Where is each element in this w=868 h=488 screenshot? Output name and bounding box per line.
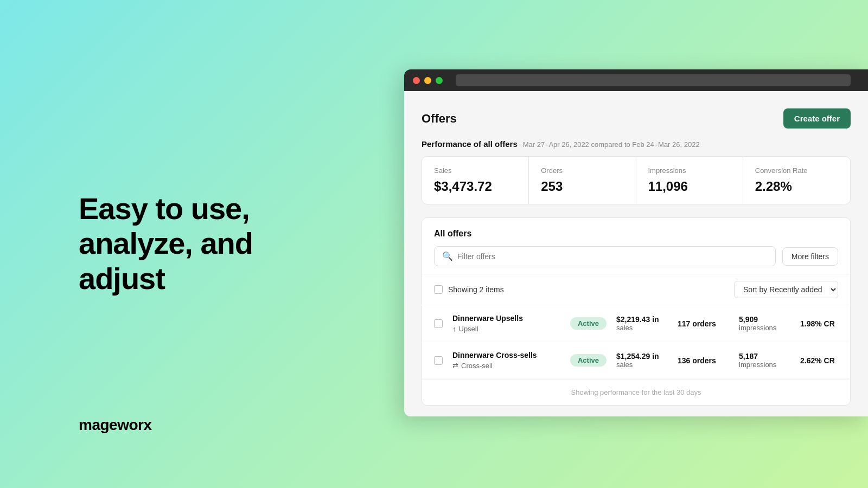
performance-footer: Showing performance for the last 30 days [422,379,850,405]
select-all-checkbox[interactable] [434,285,443,294]
performance-section: Performance of all offers Mar 27–Apr 26,… [422,139,851,204]
address-bar[interactable] [456,74,851,86]
offer-status-badge-2: Active [570,354,607,367]
offers-section-header: All offers 🔍 More filters [422,218,850,274]
create-offer-button[interactable]: Create offer [783,108,851,129]
metric-orders: Orders 253 [529,157,636,204]
metric-orders-label: Orders [541,166,623,175]
traffic-light-red[interactable] [413,77,420,84]
search-icon: 🔍 [442,251,453,261]
offer-name-1: Dinnerware Upsells [452,314,560,323]
search-input[interactable] [457,252,768,261]
metric-conversion-value: 2.28% [755,179,838,194]
traffic-light-green[interactable] [436,77,443,84]
offer-sales-sub-1: sales [616,324,668,332]
offer-sales-2: $1,254.29 in sales [616,352,668,369]
offer-sales-1: $2,219.43 in sales [616,315,668,332]
offer-row-checkbox-1[interactable] [434,319,443,328]
brand-logo: mageworx [79,416,152,434]
offer-orders-main-2: 136 orders [678,356,729,365]
metric-impressions: Impressions 11,096 [636,157,743,204]
offer-status-badge-1: Active [570,317,607,330]
showing-label: Showing 2 items [434,285,504,294]
filter-row: 🔍 More filters [434,246,838,266]
metric-conversion-label: Conversion Rate [755,166,838,175]
offer-orders-main-1: 117 orders [678,319,729,328]
table-toolbar: Showing 2 items Sort by Recently added [422,274,850,305]
metric-sales: Sales $3,473.72 [422,157,529,204]
browser-window: Offers Create offer Performance of all o… [404,69,868,416]
offer-type-label-1: Upsell [459,325,478,333]
metric-impressions-label: Impressions [648,166,731,175]
offer-impressions-2: 5,187 impressions [739,352,790,369]
offer-cr-1: 1.98% CR [800,319,838,328]
offer-orders-2: 136 orders [678,356,729,365]
offer-orders-1: 117 orders [678,319,729,328]
metric-impressions-value: 11,096 [648,179,731,194]
browser-titlebar [404,69,868,91]
offer-impressions-main-2: 5,187 [739,352,790,361]
hero-text: Easy to use, analyze, and adjust [79,191,323,296]
offers-section: All offers 🔍 More filters Showing 2 item… [422,217,851,406]
browser-body: Offers Create offer Performance of all o… [404,91,868,416]
metric-sales-label: Sales [434,166,516,175]
more-filters-button[interactable]: More filters [782,247,838,266]
offer-type-1: ↑ Upsell [452,325,560,333]
page-header: Offers Create offer [422,108,851,129]
performance-date: Mar 27–Apr 26, 2022 compared to Feb 24–M… [523,140,700,149]
metric-sales-value: $3,473.72 [434,179,516,194]
performance-header: Performance of all offers Mar 27–Apr 26,… [422,139,851,149]
performance-title: Performance of all offers [422,139,518,149]
metric-orders-value: 253 [541,179,623,194]
page-title: Offers [422,112,457,126]
offer-row-checkbox-2[interactable] [434,356,443,365]
metric-conversion: Conversion Rate 2.28% [743,157,850,204]
offer-cr-2: 2.62% CR [800,356,838,365]
showing-count: Showing 2 items [448,285,504,294]
offer-type-2: ⇄ Cross-sell [452,362,560,370]
offer-sales-main-1: $2,219.43 in [616,315,668,324]
metrics-grid: Sales $3,473.72 Orders 253 Impressions 1… [422,156,851,204]
offer-impressions-main-1: 5,909 [739,315,790,324]
offer-row-2: Dinnerware Cross-sells ⇄ Cross-sell Acti… [422,342,850,379]
upsell-icon: ↑ [452,325,456,333]
offer-impressions-sub-2: impressions [739,361,790,369]
crosssell-icon: ⇄ [452,362,458,370]
offers-section-title: All offers [434,229,838,239]
offer-sales-sub-2: sales [616,361,668,369]
offer-sales-main-2: $1,254.29 in [616,352,668,361]
offer-row: Dinnerware Upsells ↑ Upsell Active $2,21… [422,305,850,342]
offer-impressions-sub-1: impressions [739,324,790,332]
offer-info-1: Dinnerware Upsells ↑ Upsell [452,314,560,333]
sort-select[interactable]: Sort by Recently added [734,281,838,298]
offer-info-2: Dinnerware Cross-sells ⇄ Cross-sell [452,351,560,370]
search-box[interactable]: 🔍 [434,246,776,266]
traffic-light-yellow[interactable] [424,77,431,84]
offer-type-label-2: Cross-sell [461,362,493,370]
offer-name-2: Dinnerware Cross-sells [452,351,560,359]
offer-impressions-1: 5,909 impressions [739,315,790,332]
